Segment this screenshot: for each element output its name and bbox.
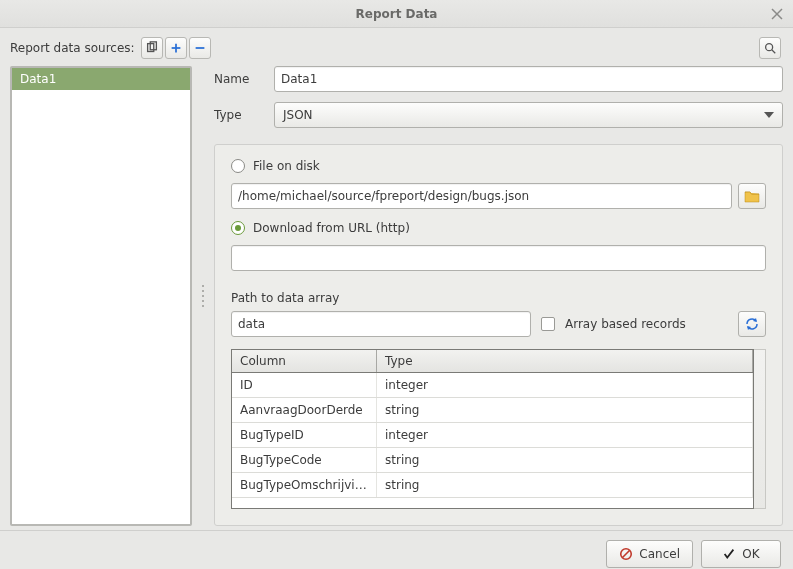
download-url-label: Download from URL (http) xyxy=(253,221,410,235)
sources-label: Report data sources: xyxy=(10,41,135,55)
json-settings-panel: File on disk Download from URL (http) Pa… xyxy=(214,144,783,526)
add-source-button[interactable] xyxy=(165,37,187,59)
details-pane: Name Type JSON File on disk xyxy=(214,66,783,526)
type-select-value: JSON xyxy=(283,108,313,122)
table-row[interactable]: AanvraagDoorDerde string xyxy=(232,398,753,423)
file-on-disk-radio[interactable] xyxy=(231,159,245,173)
title-bar: Report Data xyxy=(0,0,793,28)
refresh-columns-button[interactable] xyxy=(738,311,766,337)
toolbar-row: Report data sources: xyxy=(10,36,783,60)
close-icon[interactable] xyxy=(769,6,785,22)
table-row[interactable]: BugTypeOmschrijving string xyxy=(232,473,753,498)
url-input[interactable] xyxy=(231,245,766,271)
svg-point-7 xyxy=(766,44,773,51)
sources-list[interactable]: Data1 xyxy=(10,66,192,526)
columns-scrollbar[interactable] xyxy=(754,349,766,509)
columns-table: Column Type ID integer AanvraagDoorDerde… xyxy=(231,349,754,509)
cancel-button-label: Cancel xyxy=(639,547,680,561)
window-title: Report Data xyxy=(356,7,438,21)
svg-line-12 xyxy=(623,550,630,557)
svg-line-8 xyxy=(772,50,776,54)
file-on-disk-label: File on disk xyxy=(253,159,320,173)
sources-list-item[interactable]: Data1 xyxy=(12,68,190,90)
columns-header-type[interactable]: Type xyxy=(377,350,753,372)
table-row[interactable]: ID integer xyxy=(232,373,753,398)
table-row[interactable]: BugTypeID integer xyxy=(232,423,753,448)
remove-source-button[interactable] xyxy=(189,37,211,59)
table-row[interactable]: BugTypeCode string xyxy=(232,448,753,473)
array-records-checkbox[interactable] xyxy=(541,317,555,331)
name-label: Name xyxy=(214,72,274,86)
type-select[interactable]: JSON xyxy=(274,102,783,128)
copy-source-button[interactable] xyxy=(141,37,163,59)
browse-file-button[interactable] xyxy=(738,183,766,209)
name-input[interactable] xyxy=(274,66,783,92)
cancel-button[interactable]: Cancel xyxy=(606,540,693,568)
preview-button[interactable] xyxy=(759,37,781,59)
columns-header-column[interactable]: Column xyxy=(232,350,377,372)
path-to-array-input[interactable] xyxy=(231,311,531,337)
type-label: Type xyxy=(214,108,274,122)
path-to-array-label: Path to data array xyxy=(231,291,766,305)
array-records-label: Array based records xyxy=(565,317,686,331)
ok-button-label: OK xyxy=(742,547,759,561)
dialog-footer: Cancel OK xyxy=(0,530,793,569)
ok-button[interactable]: OK xyxy=(701,540,781,568)
splitter-handle[interactable] xyxy=(200,66,206,526)
download-url-radio[interactable] xyxy=(231,221,245,235)
file-path-input[interactable] xyxy=(231,183,732,209)
chevron-down-icon xyxy=(764,112,774,118)
